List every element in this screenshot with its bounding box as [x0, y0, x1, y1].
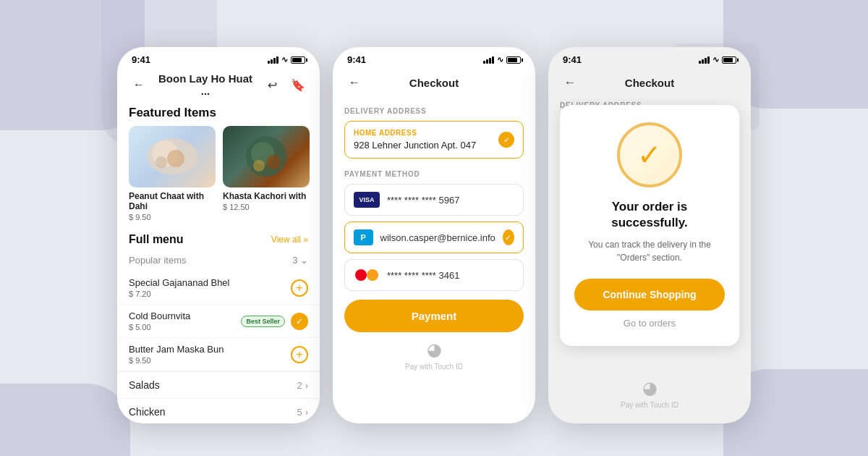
food-name-2: Khasta Kachori with	[223, 191, 310, 201]
checkout-content: DELIVERY ADDRESS HOME ADDRESS 928 Lehner…	[333, 98, 535, 423]
success-circle: ✓	[617, 122, 682, 187]
popular-count: 3 ⌄	[292, 255, 308, 266]
signal-icon-1	[268, 56, 278, 64]
address-tag: HOME ADDRESS	[354, 129, 476, 137]
menu-item-2: Cold Bournvita $ 5.00 Best Seller ✓	[117, 305, 320, 338]
view-all-link[interactable]: View all »	[271, 235, 308, 245]
menu-item-name-1: Special Gajananad Bhel	[129, 277, 230, 288]
time-2: 9:41	[347, 54, 366, 65]
salads-section[interactable]: Salads 2 ›	[117, 371, 320, 398]
chicken-section[interactable]: Chicken 5 ›	[117, 398, 320, 423]
status-bar-1: 9:41 ∿	[117, 47, 320, 68]
payment-button[interactable]: Payment	[344, 300, 524, 332]
address-box[interactable]: HOME ADDRESS 928 Lehner Junction Apt. 04…	[344, 121, 524, 159]
touch-id-label-2: Pay with Touch ID	[405, 363, 463, 371]
best-seller-badge: Best Seller	[241, 316, 285, 327]
address-check-icon: ✓	[498, 132, 514, 148]
mastercard-number: **** **** **** 3461	[387, 270, 514, 281]
food-card-2[interactable]: Khasta Kachori with $ 12.50	[223, 126, 310, 221]
checked-button-2[interactable]: ✓	[291, 313, 308, 330]
add-button-1[interactable]: +	[291, 279, 308, 297]
battery-icon-2	[506, 56, 521, 64]
touch-id-label-3: Pay with Touch ID	[621, 401, 678, 409]
checkout-title-3: Checkout	[586, 77, 713, 89]
wifi-icon-3: ∿	[712, 55, 719, 64]
success-message: You can track the delivery in the"Orders…	[588, 238, 711, 264]
salads-label: Salads	[129, 379, 160, 391]
paypal-check-icon: ✓	[503, 229, 514, 245]
back-button-1[interactable]: ←	[129, 75, 149, 95]
time-1: 9:41	[132, 54, 150, 65]
menu-item-price-1: $ 7.20	[129, 290, 230, 298]
visa-logo: VISA	[354, 192, 380, 208]
payment-label-2: PAYMENT METHOD	[344, 170, 524, 178]
checkout-title-2: Checkout	[370, 77, 498, 89]
time-3: 9:41	[563, 54, 582, 65]
visa-number: **** **** **** 5967	[387, 195, 514, 206]
featured-images: Peanut Chaat with Dahi $ 9.50 Khasta Kac…	[117, 126, 320, 230]
go-to-orders-link[interactable]: Go to orders	[624, 318, 676, 329]
nav-bar-3: ← Checkout	[548, 68, 751, 98]
phone-checkout: 9:41 ∿ ← Checkout DELIVERY ADDRESS HOME …	[333, 47, 535, 423]
signal-icon-3	[699, 56, 710, 64]
payment-option-paypal[interactable]: P wilson.casper@bernice.info ✓	[344, 221, 524, 253]
back-button-3[interactable]: ←	[560, 72, 580, 93]
chicken-label: Chicken	[129, 406, 166, 418]
food-image-2	[223, 126, 310, 187]
success-title: Your order issuccessfully.	[611, 199, 688, 231]
popular-label: Popular items	[129, 255, 186, 266]
payment-option-mastercard[interactable]: **** **** **** 3461	[344, 259, 524, 291]
menu-header: Full menu View all »	[117, 230, 320, 252]
svg-point-6	[266, 155, 281, 169]
phone-success: 9:41 ∿ ← Checkout DELIVERY ADDRESS ✓	[548, 47, 751, 423]
status-icons-3: ∿	[699, 55, 736, 64]
svg-point-2	[167, 150, 184, 167]
popular-header: Popular items 3 ⌄	[117, 252, 320, 271]
menu-item-price-3: $ 9.50	[129, 356, 224, 365]
mastercard-logo	[354, 267, 380, 283]
status-bar-3: 9:41 ∿	[548, 47, 751, 68]
wifi-icon-1: ∿	[281, 55, 288, 64]
payment-option-visa[interactable]: VISA **** **** **** 5967	[344, 184, 524, 216]
paypal-email: wilson.casper@bernice.info	[380, 232, 495, 243]
food-card-1[interactable]: Peanut Chaat with Dahi $ 9.50	[129, 126, 216, 221]
address-line: 928 Lehner Junction Apt. 047	[354, 140, 476, 151]
fingerprint-icon-2: ◕	[427, 339, 442, 360]
success-checkmark-icon: ✓	[637, 138, 662, 172]
nav-bar-2: ← Checkout	[333, 68, 535, 98]
phones-container: 9:41 ∿ ← Boon Lay Ho Huat ... ↩ 🔖 Featur…	[117, 33, 751, 423]
delivery-label-2: DELIVERY ADDRESS	[344, 107, 524, 115]
status-bar-2: 9:41 ∿	[333, 47, 535, 68]
svg-point-7	[253, 160, 265, 172]
success-card: ✓ Your order issuccessfully. You can tra…	[560, 105, 739, 346]
nav-bar-1: ← Boon Lay Ho Huat ... ↩ 🔖	[117, 68, 320, 103]
touch-id-2: ◕ Pay with Touch ID	[344, 332, 524, 378]
salads-count: 2 ›	[297, 380, 308, 391]
menu-item-price-2: $ 5.00	[129, 323, 190, 332]
back-button-2[interactable]: ←	[344, 72, 365, 93]
phone-restaurant: 9:41 ∿ ← Boon Lay Ho Huat ... ↩ 🔖 Featur…	[117, 47, 320, 423]
chicken-count: 5 ›	[297, 407, 308, 418]
menu-item-name-3: Butter Jam Maska Bun	[129, 344, 224, 355]
touch-id-3: ◕ Pay with Touch ID	[548, 371, 751, 416]
menu-item-name-2: Cold Bournvita	[129, 311, 190, 321]
menu-item-3: Butter Jam Maska Bun $ 9.50 +	[117, 338, 320, 371]
fingerprint-icon-3: ◕	[642, 378, 658, 398]
food-price-1: $ 9.50	[129, 213, 216, 221]
wifi-icon-2: ∿	[497, 55, 503, 64]
status-icons-2: ∿	[483, 55, 521, 64]
bookmark-icon[interactable]: 🔖	[288, 75, 308, 95]
add-button-3[interactable]: +	[291, 346, 308, 363]
battery-icon-1	[291, 56, 305, 64]
continue-shopping-button[interactable]: Continue Shopping	[574, 279, 725, 311]
undo-icon[interactable]: ↩	[262, 75, 282, 95]
menu-item-1: Special Gajananad Bhel $ 7.20 +	[117, 271, 320, 305]
featured-title: Featured Items	[117, 103, 320, 126]
svg-point-3	[156, 156, 167, 168]
food-image-1	[129, 126, 216, 187]
paypal-logo: P	[354, 229, 373, 245]
battery-icon-3	[722, 56, 736, 64]
status-icons-1: ∿	[268, 55, 305, 64]
food-name-1: Peanut Chaat with Dahi	[129, 191, 216, 211]
signal-icon-2	[483, 56, 494, 64]
